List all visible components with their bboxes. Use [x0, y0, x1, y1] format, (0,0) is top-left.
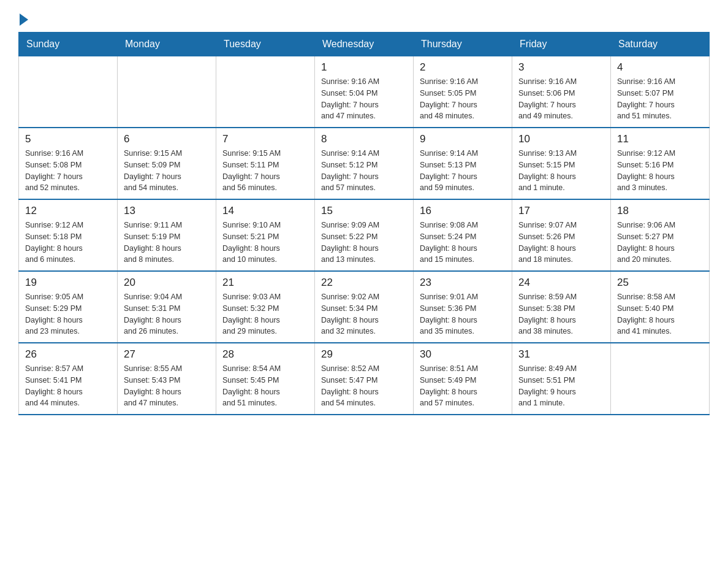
day-number: 14	[222, 205, 308, 217]
day-info: Sunrise: 9:13 AMSunset: 5:15 PMDaylight:…	[518, 148, 604, 194]
calendar-cell: 7Sunrise: 9:15 AMSunset: 5:11 PMDaylight…	[216, 128, 315, 199]
calendar-cell: 10Sunrise: 9:13 AMSunset: 5:15 PMDayligh…	[512, 128, 611, 199]
day-number: 11	[617, 133, 703, 145]
day-info: Sunrise: 9:09 AMSunset: 5:22 PMDaylight:…	[321, 220, 407, 266]
calendar-cell: 30Sunrise: 8:51 AMSunset: 5:49 PMDayligh…	[414, 343, 512, 415]
calendar-cell: 20Sunrise: 9:04 AMSunset: 5:31 PMDayligh…	[118, 271, 216, 343]
day-info: Sunrise: 8:55 AMSunset: 5:43 PMDaylight:…	[124, 363, 210, 409]
day-number: 10	[518, 133, 604, 145]
day-info: Sunrise: 8:58 AMSunset: 5:40 PMDaylight:…	[617, 291, 703, 337]
day-number: 3	[518, 61, 604, 74]
calendar-cell: 6Sunrise: 9:15 AMSunset: 5:09 PMDaylight…	[118, 128, 216, 199]
day-info: Sunrise: 8:54 AMSunset: 5:45 PMDaylight:…	[222, 363, 308, 409]
calendar-cell: 15Sunrise: 9:09 AMSunset: 5:22 PMDayligh…	[315, 199, 414, 271]
calendar-week-row: 5Sunrise: 9:16 AMSunset: 5:08 PMDaylight…	[19, 128, 710, 199]
day-number: 21	[222, 277, 308, 289]
day-number: 24	[518, 277, 604, 289]
weekday-header-tuesday: Tuesday	[216, 33, 315, 56]
day-info: Sunrise: 9:01 AMSunset: 5:36 PMDaylight:…	[420, 291, 506, 337]
day-info: Sunrise: 9:16 AMSunset: 5:06 PMDaylight:…	[518, 76, 604, 122]
logo	[18, 12, 28, 26]
day-info: Sunrise: 9:12 AMSunset: 5:16 PMDaylight:…	[617, 148, 703, 194]
day-info: Sunrise: 9:10 AMSunset: 5:21 PMDaylight:…	[222, 220, 308, 266]
day-number: 17	[518, 205, 604, 217]
day-number: 30	[420, 348, 506, 361]
day-info: Sunrise: 9:02 AMSunset: 5:34 PMDaylight:…	[321, 291, 407, 337]
day-info: Sunrise: 9:16 AMSunset: 5:05 PMDaylight:…	[420, 76, 506, 122]
day-info: Sunrise: 9:08 AMSunset: 5:24 PMDaylight:…	[420, 220, 506, 266]
day-info: Sunrise: 9:06 AMSunset: 5:27 PMDaylight:…	[617, 220, 703, 266]
day-number: 16	[420, 205, 506, 217]
weekday-header-row: SundayMondayTuesdayWednesdayThursdayFrid…	[19, 33, 710, 56]
day-info: Sunrise: 8:59 AMSunset: 5:38 PMDaylight:…	[518, 291, 604, 337]
day-number: 7	[222, 133, 308, 145]
day-number: 1	[321, 61, 407, 74]
calendar-cell: 21Sunrise: 9:03 AMSunset: 5:32 PMDayligh…	[216, 271, 315, 343]
calendar-cell: 4Sunrise: 9:16 AMSunset: 5:07 PMDaylight…	[611, 56, 710, 128]
day-number: 26	[25, 348, 111, 361]
logo-triangle-icon	[20, 13, 28, 26]
page-header	[18, 12, 710, 26]
calendar-cell: 17Sunrise: 9:07 AMSunset: 5:26 PMDayligh…	[512, 199, 611, 271]
day-info: Sunrise: 9:12 AMSunset: 5:18 PMDaylight:…	[25, 220, 111, 266]
day-info: Sunrise: 9:15 AMSunset: 5:09 PMDaylight:…	[124, 148, 210, 194]
calendar-cell	[118, 56, 216, 128]
calendar-cell: 8Sunrise: 9:14 AMSunset: 5:12 PMDaylight…	[315, 128, 414, 199]
day-info: Sunrise: 9:16 AMSunset: 5:04 PMDaylight:…	[321, 76, 407, 122]
weekday-header-monday: Monday	[118, 33, 216, 56]
calendar-week-row: 19Sunrise: 9:05 AMSunset: 5:29 PMDayligh…	[19, 271, 710, 343]
day-number: 15	[321, 205, 407, 217]
day-number: 13	[124, 205, 210, 217]
calendar-cell: 26Sunrise: 8:57 AMSunset: 5:41 PMDayligh…	[19, 343, 118, 415]
calendar-table: SundayMondayTuesdayWednesdayThursdayFrid…	[18, 32, 710, 415]
day-info: Sunrise: 9:15 AMSunset: 5:11 PMDaylight:…	[222, 148, 308, 194]
calendar-cell: 2Sunrise: 9:16 AMSunset: 5:05 PMDaylight…	[414, 56, 512, 128]
day-info: Sunrise: 9:14 AMSunset: 5:12 PMDaylight:…	[321, 148, 407, 194]
day-number: 20	[124, 277, 210, 289]
day-info: Sunrise: 9:05 AMSunset: 5:29 PMDaylight:…	[25, 291, 111, 337]
calendar-cell: 31Sunrise: 8:49 AMSunset: 5:51 PMDayligh…	[512, 343, 611, 415]
day-number: 25	[617, 277, 703, 289]
calendar-cell: 5Sunrise: 9:16 AMSunset: 5:08 PMDaylight…	[19, 128, 118, 199]
calendar-cell: 27Sunrise: 8:55 AMSunset: 5:43 PMDayligh…	[118, 343, 216, 415]
calendar-cell: 13Sunrise: 9:11 AMSunset: 5:19 PMDayligh…	[118, 199, 216, 271]
day-info: Sunrise: 9:14 AMSunset: 5:13 PMDaylight:…	[420, 148, 506, 194]
calendar-week-row: 12Sunrise: 9:12 AMSunset: 5:18 PMDayligh…	[19, 199, 710, 271]
calendar-cell: 9Sunrise: 9:14 AMSunset: 5:13 PMDaylight…	[414, 128, 512, 199]
weekday-header-saturday: Saturday	[611, 33, 710, 56]
calendar-cell: 22Sunrise: 9:02 AMSunset: 5:34 PMDayligh…	[315, 271, 414, 343]
day-number: 6	[124, 133, 210, 145]
day-number: 27	[124, 348, 210, 361]
calendar-cell	[19, 56, 118, 128]
day-number: 8	[321, 133, 407, 145]
day-number: 22	[321, 277, 407, 289]
calendar-cell: 12Sunrise: 9:12 AMSunset: 5:18 PMDayligh…	[19, 199, 118, 271]
day-info: Sunrise: 8:52 AMSunset: 5:47 PMDaylight:…	[321, 363, 407, 409]
day-number: 19	[25, 277, 111, 289]
calendar-cell: 28Sunrise: 8:54 AMSunset: 5:45 PMDayligh…	[216, 343, 315, 415]
calendar-cell: 23Sunrise: 9:01 AMSunset: 5:36 PMDayligh…	[414, 271, 512, 343]
calendar-cell: 3Sunrise: 9:16 AMSunset: 5:06 PMDaylight…	[512, 56, 611, 128]
day-number: 29	[321, 348, 407, 361]
calendar-cell: 24Sunrise: 8:59 AMSunset: 5:38 PMDayligh…	[512, 271, 611, 343]
calendar-cell: 19Sunrise: 9:05 AMSunset: 5:29 PMDayligh…	[19, 271, 118, 343]
day-number: 4	[617, 61, 703, 74]
weekday-header-thursday: Thursday	[414, 33, 512, 56]
day-number: 12	[25, 205, 111, 217]
calendar-cell	[216, 56, 315, 128]
day-info: Sunrise: 9:16 AMSunset: 5:07 PMDaylight:…	[617, 76, 703, 122]
day-number: 5	[25, 133, 111, 145]
day-number: 28	[222, 348, 308, 361]
day-number: 2	[420, 61, 506, 74]
calendar-cell: 25Sunrise: 8:58 AMSunset: 5:40 PMDayligh…	[611, 271, 710, 343]
day-info: Sunrise: 8:51 AMSunset: 5:49 PMDaylight:…	[420, 363, 506, 409]
calendar-cell: 1Sunrise: 9:16 AMSunset: 5:04 PMDaylight…	[315, 56, 414, 128]
day-info: Sunrise: 9:11 AMSunset: 5:19 PMDaylight:…	[124, 220, 210, 266]
calendar-week-row: 1Sunrise: 9:16 AMSunset: 5:04 PMDaylight…	[19, 56, 710, 128]
calendar-cell	[611, 343, 710, 415]
weekday-header-wednesday: Wednesday	[315, 33, 414, 56]
weekday-header-friday: Friday	[512, 33, 611, 56]
weekday-header-sunday: Sunday	[19, 33, 118, 56]
day-info: Sunrise: 9:07 AMSunset: 5:26 PMDaylight:…	[518, 220, 604, 266]
day-info: Sunrise: 8:57 AMSunset: 5:41 PMDaylight:…	[25, 363, 111, 409]
